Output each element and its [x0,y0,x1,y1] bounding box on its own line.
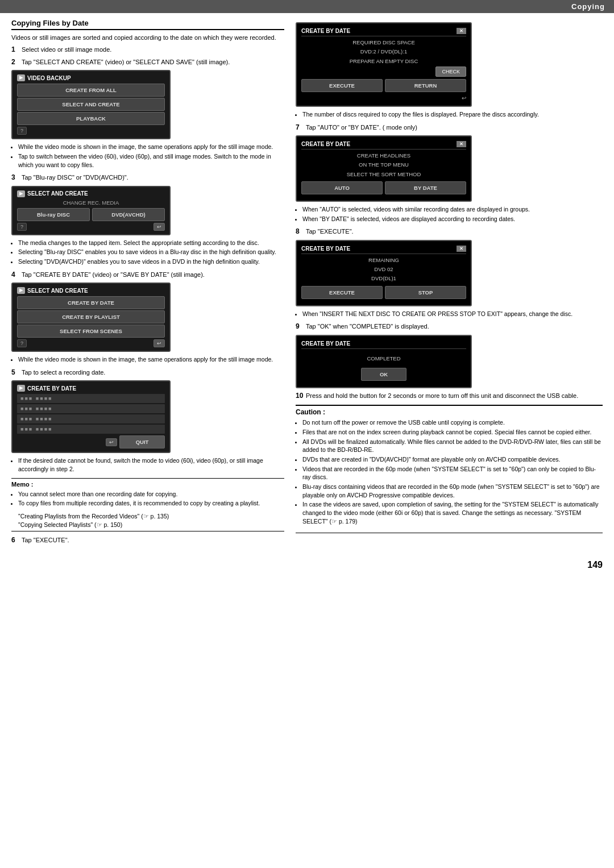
playback-btn[interactable]: PLAYBACK [17,112,165,125]
ui-box-2-title-bar: ▶ SELECT AND CREATE [17,190,165,197]
bullets-1: While the video mode is shown in the ima… [18,143,284,169]
ui-box-date-list: ▶ CREATE BY DATE ■■■ ■■■■ ■■■ ■■■■ ■■■ ■… [11,380,171,453]
caution-item-3: All DVDs will be finalized automatically… [302,438,603,454]
cbd-title-1: CREATE BY DATE ✕ [301,28,466,36]
camera-icon-3: ▶ [17,287,25,294]
bullet-3-1: While the video mode is shown in the ima… [18,355,284,364]
select-from-scenes-btn[interactable]: SELECT FROM SCENES [17,325,165,338]
caution-item-2: Files that are not on the index screen d… [302,428,603,437]
step-9-num: 9 [296,322,304,331]
memo-title: Memo : [11,481,284,488]
step-4-text: Tap "CREATE BY DATE" (video) or "SAVE BY… [22,271,205,279]
step-8-text: Tap "EXECUTE". [306,227,354,236]
bullet-r1-list: The number of discs required to copy the… [302,110,603,119]
cbd-info-line-1: REQUIRED DISC SPACE [301,39,466,46]
step-7-num: 7 [296,123,304,132]
create-by-playlist-btn[interactable]: CREATE BY PLAYLIST [17,310,165,323]
ui-box-1-title: ▶ VIDEO BACKUP [17,74,71,81]
memo-item-2: To copy files from multiple recording da… [18,499,284,508]
bullets-r2: When "AUTO" is selected, videos with sim… [302,205,603,223]
caution-title: Caution : [296,408,603,416]
ui-box-3-title-bar: ▶ SELECT AND CREATE [17,287,165,294]
caution-list: Do not turn off the power or remove the … [302,418,603,525]
bullet-2-3: Selecting "DVD(AVCHD)" enables you to sa… [18,258,284,266]
step-2: 2 Tap "SELECT AND CREATE" (video) or "SE… [11,58,284,67]
page-number: 149 [0,554,614,576]
ui-box-4-help-row: ↩ QUIT [17,435,165,448]
caution-item-4: DVDs that are created in "DVD(AVCHD)" fo… [302,455,603,464]
bullets-2: The media changes to the tapped item. Se… [18,239,284,266]
bluray-disc-btn[interactable]: Blu-ray DISC [17,208,90,221]
step-5: 5 Tap to select a recording date. [11,368,284,377]
cbd-title-2: CREATE BY DATE ✕ [301,141,466,149]
change-rec-media-label: CHANGE REC. MEDIA [17,200,165,206]
header-title: Copying [571,2,605,11]
date-item-2[interactable]: ■■■ ■■■■ [17,404,165,413]
close-icon-1[interactable]: ✕ [457,28,466,34]
bullet-r3: When "INSERT THE NEXT DISC TO CREATE OR … [302,310,603,318]
ui-box-1-title-bar: ▶ VIDEO BACKUP [17,74,165,81]
step-3-text: Tap "Blu-ray DISC" or "DVD(AVCHD)". [22,173,128,182]
help-btn-3[interactable]: ? [17,339,27,347]
back-btn-2[interactable]: ↩ [154,223,165,231]
bullet-2-2: Selecting "Blu-ray DISC" enables you to … [18,248,284,256]
caution-item-5: Videos that are recorded in the 60p mode… [302,465,603,481]
check-btn[interactable]: CHECK [435,67,466,77]
execute-btn-2[interactable]: EXECUTE [301,286,383,299]
cbd-info-line-2: DVD:2 / DVD(DL):1 [301,48,466,55]
bullet-r2-1: When "AUTO" is selected, videos with sim… [302,205,603,214]
ui-box-execute-return: CREATE BY DATE ✕ REQUIRED DISC SPACE DVD… [296,22,472,107]
dvd-avchd-btn[interactable]: DVD(AVCHD) [92,208,165,221]
caution-item-1: Do not turn off the power or remove the … [302,418,603,427]
bullet-1-1: While the video mode is shown in the ima… [18,143,284,151]
auto-btn[interactable]: AUTO [301,181,383,194]
date-item-1[interactable]: ■■■ ■■■■ [17,394,165,403]
ok-btn[interactable]: OK [361,368,406,381]
ui-box-select-create: ▶ SELECT AND CREATE CHANGE REC. MEDIA Bl… [11,186,171,235]
step-3-num: 3 [11,173,19,182]
step-6-num: 6 [11,536,19,545]
close-icon-2[interactable]: ✕ [457,141,466,147]
ui-box-video-backup: ▶ VIDEO BACKUP CREATE FROM ALL SELECT AN… [11,70,171,139]
ui-box-2-help-row: ? ↩ [17,223,165,231]
cbd-title-3: CREATE BY DATE ✕ [301,246,466,254]
step-8-num: 8 [296,227,304,236]
create-from-all-btn[interactable]: CREATE FROM ALL [17,84,165,97]
bullet-2-1: The media changes to the tapped item. Se… [18,239,284,247]
stop-btn[interactable]: STOP [385,286,466,299]
cbd-check-row: CHECK [301,67,466,77]
camera-icon-4: ▶ [17,385,25,392]
execute-btn-1[interactable]: EXECUTE [301,79,383,92]
close-icon-3[interactable]: ✕ [457,246,466,252]
back-btn-4[interactable]: ↩ [106,438,117,446]
cbd-title-4: CREATE BY DATE [301,340,466,349]
ui-box-4-title-bar: ▶ CREATE BY DATE [17,385,165,392]
create-by-date-btn[interactable]: CREATE BY DATE [17,296,165,309]
date-item-3[interactable]: ■■■ ■■■■ [17,414,165,423]
step-6-text: Tap "EXECUTE". [22,536,69,545]
help-btn-1[interactable]: ? [17,127,27,135]
ok-row: OK [301,368,466,381]
intro-text: Videos or still images are sorted and co… [11,34,284,42]
step-6: 6 Tap "EXECUTE". [11,536,284,545]
cbd-info-line-3: PREPARE AN EMPTY DISC [301,57,466,65]
return-btn-1[interactable]: RETURN [385,79,466,92]
camera-icon: ▶ [17,74,25,81]
by-date-btn[interactable]: BY DATE [385,181,466,194]
ui-box-1-help-row: ? [17,127,165,135]
back-area-1: ↩ [301,94,466,101]
step-8: 8 Tap "EXECUTE". [296,227,603,236]
back-icon-1[interactable]: ↩ [462,95,466,101]
step-7-text: Tap "AUTO" or "BY DATE". ( mode only) [306,123,417,132]
ui-box-3-help-row: ? ↩ [17,339,165,347]
remaining-info-2: DVD 02 [301,265,466,273]
quit-btn[interactable]: QUIT [119,435,165,448]
select-and-create-btn-1[interactable]: SELECT AND CREATE [17,98,165,111]
bullet-r1: The number of discs required to copy the… [302,110,603,119]
help-btn-2[interactable]: ? [17,223,27,231]
date-item-4[interactable]: ■■■ ■■■■ [17,425,165,434]
back-btn-3[interactable]: ↩ [154,339,165,347]
remaining-info-1: REMAINING [301,256,466,264]
memo-item-3: "Creating Playlists from the Recorded Vi… [18,512,284,521]
step-2-text: Tap "SELECT AND CREATE" (video) or "SELE… [22,58,230,67]
